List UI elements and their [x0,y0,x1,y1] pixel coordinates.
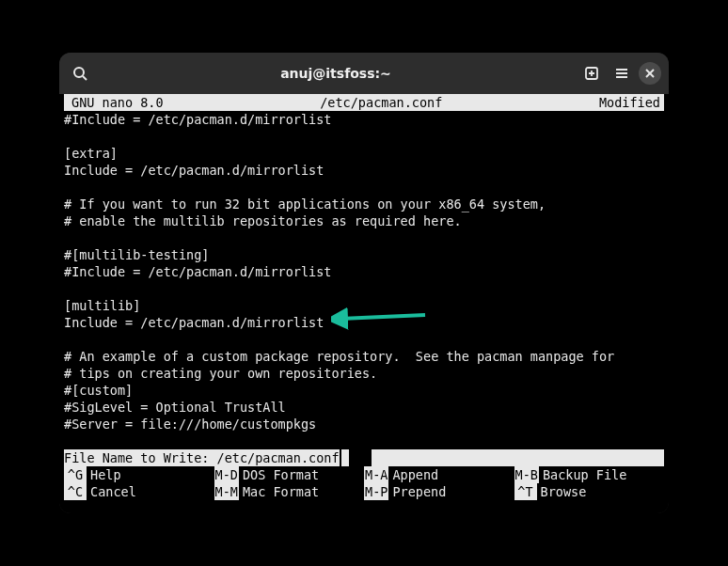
shortcut-item[interactable]: ^CCancel [64,483,214,500]
shortcut-item[interactable]: M-MMac Format [214,483,365,500]
search-icon[interactable] [67,60,93,86]
new-tab-icon[interactable] [578,60,605,86]
shortcut-item[interactable]: ^TBrowse [514,483,665,500]
editor-line: [extra] [64,145,664,162]
shortcut-key: M-P [364,483,388,500]
window-title: anuj@itsfoss:~ [280,66,391,81]
editor-line: #SigLevel = Optional TrustAll [64,399,664,416]
terminal-window: anuj@itsfoss:~ GNU nano 8.0 /etc/pacman.… [59,53,669,513]
nano-statusbar: GNU nano 8.0 /etc/pacman.conf Modified [64,94,664,111]
shortcut-key: ^G [64,466,87,483]
shortcut-label: Backup File [539,466,626,483]
editor-line [64,229,664,246]
nano-filepath: /etc/pacman.conf [164,94,599,111]
shortcut-label: Help [87,466,121,483]
editor-line: [multilib] [64,297,664,314]
editor-line: #Include = /etc/pacman.d/mirrorlist [64,111,664,128]
shortcut-key: M-D [214,466,239,483]
titlebar: anuj@itsfoss:~ [59,53,669,94]
prompt-fill [372,449,664,466]
menu-icon[interactable] [609,60,635,86]
shortcut-key: M-B [514,466,539,483]
nano-prompt[interactable]: File Name to Write: /etc/pacman.conf [64,449,664,466]
prompt-label: File Name to Write: /etc/pacman.conf [64,449,340,466]
editor-line: #Server = file:///home/custompkgs [64,416,664,432]
editor-line: #[custom] [64,382,664,399]
shortcut-bar: ^GHelpM-DDOS FormatM-AAppendM-BBackup Fi… [64,466,664,483]
shortcut-item[interactable]: M-BBackup File [514,466,665,483]
shortcut-bar: ^CCancelM-MMac FormatM-PPrepend^TBrowse [64,483,664,500]
shortcut-item[interactable]: M-AAppend [364,466,514,483]
shortcut-item[interactable]: M-PPrepend [364,483,514,500]
shortcut-key: ^C [64,483,87,500]
editor-line [64,280,664,297]
close-icon[interactable] [639,62,661,85]
editor-line [64,179,664,196]
editor-line: # If you want to run 32 bit applications… [64,196,664,212]
editor-line [64,432,664,449]
editor-body[interactable]: #Include = /etc/pacman.d/mirrorlist [ext… [64,111,664,449]
nano-status: Modified [599,94,664,111]
editor-line: # tips on creating your own repositories… [64,365,664,382]
shortcut-key: M-A [364,466,388,483]
editor-line: # An example of a custom package reposit… [64,348,664,365]
svg-line-1 [83,76,87,80]
editor-line: #Include = /etc/pacman.d/mirrorlist [64,263,664,280]
shortcut-key: M-M [214,483,239,500]
editor-line: Include = /etc/pacman.d/mirrorlist [64,314,664,331]
shortcut-label: Browse [537,483,587,500]
nano-appname: GNU nano 8.0 [64,94,164,111]
shortcut-item[interactable]: ^GHelp [64,466,214,483]
shortcut-label: Prepend [388,483,446,500]
shortcut-label: Mac Format [239,483,319,500]
editor-line: # enable the multilib repositories as re… [64,212,664,229]
editor-line: Include = /etc/pacman.d/mirrorlist [64,162,664,179]
svg-point-0 [74,68,84,77]
shortcut-label: Append [388,466,438,483]
editor-line [64,128,664,145]
shortcut-label: Cancel [87,483,136,500]
shortcut-label: DOS Format [239,466,319,483]
shortcut-key: ^T [514,483,537,500]
cursor [341,449,349,466]
shortcut-item[interactable]: M-DDOS Format [214,466,365,483]
editor-line [64,331,664,348]
editor-line: #[multilib-testing] [64,246,664,263]
terminal-content[interactable]: GNU nano 8.0 /etc/pacman.conf Modified #… [59,94,669,513]
